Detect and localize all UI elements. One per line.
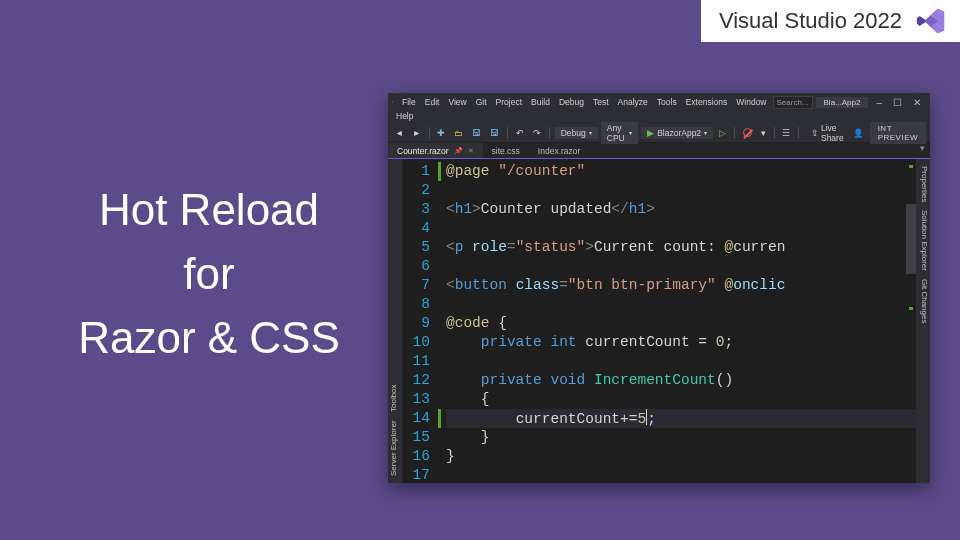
window-minimize[interactable]: –: [871, 97, 887, 108]
menu-debug[interactable]: Debug: [555, 97, 588, 107]
code-editor[interactable]: 1234567891011121314151617 @page "/counte…: [402, 159, 916, 483]
search-box[interactable]: Search...: [773, 96, 813, 109]
solution-explorer-tab[interactable]: Solution Explorer: [917, 208, 929, 273]
menu-analyze[interactable]: Analyze: [614, 97, 652, 107]
menu-test[interactable]: Test: [589, 97, 613, 107]
line-number-gutter: 1234567891011121314151617: [402, 159, 438, 483]
vs-logo-icon: [916, 6, 946, 36]
preview-badge: INT PREVIEW: [870, 122, 926, 144]
menu-git[interactable]: Git: [472, 97, 491, 107]
tab-index-razor[interactable]: Index.razor: [529, 143, 590, 158]
menu-tools[interactable]: Tools: [653, 97, 681, 107]
nav-fwd-icon[interactable]: ►: [409, 128, 423, 138]
hot-reload-icon[interactable]: [740, 128, 755, 137]
solution-crumb[interactable]: Bla...App2: [816, 97, 869, 108]
save-all-icon[interactable]: 🖫: [487, 128, 502, 138]
menu-file[interactable]: File: [398, 97, 420, 107]
vertical-scrollbar[interactable]: [906, 204, 916, 274]
open-icon[interactable]: 🗀: [451, 128, 466, 138]
menu-build[interactable]: Build: [527, 97, 554, 107]
menu-bar-overflow: Help: [388, 111, 930, 123]
menu-project[interactable]: Project: [492, 97, 526, 107]
undo-icon[interactable]: ↶: [513, 128, 527, 138]
server-explorer-tab[interactable]: Server Explorer: [389, 418, 401, 478]
right-tool-tabs: Properties Solution Explorer Git Changes: [916, 159, 930, 483]
window-close[interactable]: ✕: [908, 97, 926, 108]
left-tool-tabs: Server Explorer Toolbox: [388, 159, 402, 483]
browse-icon[interactable]: ☰: [779, 128, 793, 138]
git-changes-tab[interactable]: Git Changes: [917, 277, 929, 325]
nav-back-icon[interactable]: ◄: [392, 128, 406, 138]
live-share-button[interactable]: ⇪ Live Share: [808, 123, 847, 143]
pin-icon[interactable]: 📌: [454, 147, 463, 155]
properties-tab[interactable]: Properties: [917, 164, 929, 204]
window-maximize[interactable]: ☐: [888, 97, 907, 108]
scroll-change-marker: [909, 307, 913, 310]
scroll-change-marker: [909, 165, 913, 168]
run-target-dropdown[interactable]: ▶BlazorApp2▾: [641, 127, 713, 139]
menu-help[interactable]: Help: [392, 111, 417, 121]
new-tab-button[interactable]: ▾: [915, 143, 930, 158]
save-icon[interactable]: 🖫: [469, 128, 484, 138]
document-tabs: Counter.razor📌✕ site.css Index.razor ▾: [388, 143, 930, 159]
tab-site-css[interactable]: site.css: [483, 143, 529, 158]
chevron-down-icon[interactable]: ▾: [758, 128, 769, 138]
redo-icon[interactable]: ↷: [530, 128, 544, 138]
main-toolbar: ◄ ► ✚ 🗀 🖫 🖫 ↶ ↷ Debug▾ Any CPU▾ ▶BlazorA…: [388, 123, 930, 143]
toolbox-tab[interactable]: Toolbox: [389, 383, 401, 415]
headline-line-1: Hot Reload: [32, 178, 386, 242]
menu-bar: File Edit View Git Project Build Debug T…: [388, 93, 930, 111]
ide-window: File Edit View Git Project Build Debug T…: [388, 93, 930, 483]
menu-window[interactable]: Window: [732, 97, 770, 107]
platform-dropdown[interactable]: Any CPU▾: [601, 122, 638, 144]
new-item-icon[interactable]: ✚: [434, 128, 448, 138]
badge-label: Visual Studio 2022: [719, 8, 902, 34]
vs-logo-icon: [392, 96, 393, 108]
slide-headline: Hot Reload for Razor & CSS: [32, 178, 386, 369]
menu-view[interactable]: View: [444, 97, 470, 107]
menu-extensions[interactable]: Extensions: [682, 97, 732, 107]
config-dropdown[interactable]: Debug▾: [555, 127, 598, 139]
headline-line-3: Razor & CSS: [32, 306, 386, 370]
tab-counter-razor[interactable]: Counter.razor📌✕: [388, 143, 483, 158]
headline-line-2: for: [32, 242, 386, 306]
account-icon[interactable]: 👤: [850, 128, 867, 138]
code-area[interactable]: @page "/counter"<h1>Counter updated</h1>…: [444, 159, 916, 483]
vs2022-badge: Visual Studio 2022: [701, 0, 960, 42]
start-no-debug-icon[interactable]: ▷: [716, 128, 729, 138]
menu-edit[interactable]: Edit: [421, 97, 444, 107]
close-tab-icon[interactable]: ✕: [468, 147, 474, 155]
